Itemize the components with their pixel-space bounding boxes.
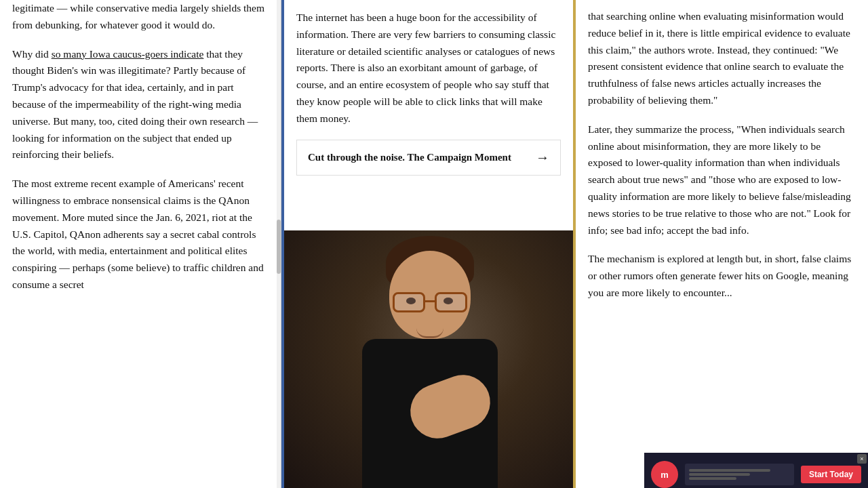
campaign-banner-arrow: → <box>536 150 549 165</box>
ad-text-area <box>685 464 794 485</box>
iowa-link[interactable]: so many Iowa caucus-goers indicate <box>52 48 204 60</box>
right-p2: Later, they summarize the process, "When… <box>588 121 856 239</box>
ad-text-lines <box>689 469 770 480</box>
ad-logo: m <box>651 461 678 488</box>
scrollbar-thumb[interactable] <box>277 220 281 274</box>
video-overlay[interactable] <box>284 230 576 488</box>
glasses-left <box>393 292 425 312</box>
center-text-top: The internet has been a huge boon for th… <box>284 0 573 127</box>
ad-line-3 <box>689 477 736 480</box>
right-p3: The mechanism is explored at length but,… <box>588 251 856 301</box>
center-column: The internet has been a huge boon for th… <box>284 0 576 488</box>
ad-close-button[interactable]: × <box>857 454 867 464</box>
left-p2-before: Why did <box>12 48 52 60</box>
left-p2: Why did so many Iowa caucus-goers indica… <box>12 46 269 164</box>
glasses-right <box>435 292 467 312</box>
person-silhouette <box>284 230 576 488</box>
campaign-banner-text: Cut through the noise. The Campaign Mome… <box>308 150 511 165</box>
campaign-banner[interactable]: Cut through the noise. The Campaign Mome… <box>296 140 561 176</box>
glasses-bridge <box>425 300 435 302</box>
left-p2-after: that they thought Biden's win was illegi… <box>12 48 258 161</box>
center-p1: The internet has been a huge boon for th… <box>296 9 561 127</box>
left-p3: The most extreme recent example of Ameri… <box>12 176 269 293</box>
left-p1: legitimate — while conservative media la… <box>12 0 269 34</box>
ad-line-2 <box>689 473 750 476</box>
left-column: legitimate — while conservative media la… <box>0 0 281 488</box>
right-content: that searching online when evaluating mi… <box>588 0 856 302</box>
ad-line-1 <box>689 469 770 472</box>
ad-banner[interactable]: m Start Today × <box>644 453 868 488</box>
right-p1: that searching online when evaluating mi… <box>588 8 856 109</box>
ad-cta-button[interactable]: Start Today <box>801 466 861 483</box>
right-column: that searching online when evaluating mi… <box>576 0 868 488</box>
